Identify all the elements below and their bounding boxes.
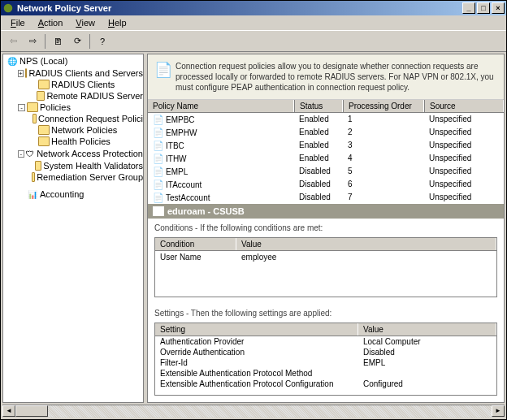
tree-nap[interactable]: -🛡Network Access Protection: [3, 148, 143, 159]
folder-icon: [38, 136, 50, 146]
app-icon: [2, 2, 14, 14]
policy-item-icon: 📄: [153, 154, 164, 163]
expander-icon[interactable]: +: [18, 70, 24, 77]
titlebar: Network Policy Server _ □ ×: [1, 1, 506, 15]
tree-radius[interactable]: +RADIUS Clients and Servers: [3, 68, 143, 78]
scroll-track[interactable]: [48, 405, 492, 418]
col-order[interactable]: Processing Order: [343, 100, 424, 112]
condition-row[interactable]: User Nameemployee: [155, 251, 496, 263]
tree-label: Policies: [40, 102, 71, 112]
menubar: File Action View Help: [1, 15, 506, 31]
menu-file[interactable]: File: [4, 16, 32, 29]
policy-row[interactable]: 📄EMPLDisabled5Unspecified: [148, 165, 504, 178]
policy-icon: [153, 206, 164, 216]
menu-view[interactable]: View: [69, 16, 102, 29]
tree-label: Remote RADIUS Server: [46, 91, 143, 101]
maximize-button[interactable]: □: [477, 2, 490, 14]
policy-list[interactable]: 📄EMPBCEnabled1Unspecified📄EMPHWEnabled2U…: [148, 113, 504, 204]
tree-accounting[interactable]: 📊Accounting: [3, 188, 143, 200]
nps-icon: 🌐: [6, 55, 18, 67]
tree-policies[interactable]: -Policies: [3, 102, 143, 112]
conditions-box: Condition Value User Nameemployee: [154, 237, 497, 298]
folder-icon: [32, 172, 35, 182]
folder-icon: [32, 114, 37, 123]
section-header: eduroam - CSUSB: [148, 204, 504, 219]
tree-remediation[interactable]: Remediation Server Group: [3, 172, 143, 182]
tree-label: Connection Request Polici: [38, 114, 143, 123]
close-button[interactable]: ×: [492, 2, 505, 14]
expander-icon[interactable]: -: [18, 150, 24, 158]
setting-row[interactable]: Extensible Authentication Protocol Confi…: [155, 379, 496, 389]
tree-radius-clients[interactable]: RADIUS Clients: [3, 80, 143, 89]
tree-label: Network Access Protection: [37, 149, 143, 158]
info-text: Connection request policies allow you to…: [176, 61, 497, 93]
policy-row[interactable]: 📄ITAccountDisabled6Unspecified: [148, 178, 504, 191]
menu-action[interactable]: Action: [32, 16, 70, 29]
policy-row[interactable]: 📄EMPHWEnabled2Unspecified: [148, 126, 504, 139]
export-button[interactable]: 🖹: [49, 32, 67, 50]
help-button[interactable]: ?: [93, 32, 111, 50]
menu-help[interactable]: Help: [102, 16, 133, 29]
help-icon: ?: [100, 37, 105, 46]
col-source[interactable]: Source: [424, 100, 504, 112]
folder-icon: [27, 102, 38, 112]
toolbar-separator: [89, 34, 90, 49]
policy-row[interactable]: 📄TestAccountDisabled7Unspecified: [148, 191, 504, 204]
content-area: 🌐NPS (Local) +RADIUS Clients and Servers…: [1, 52, 506, 405]
refresh-icon: ⟳: [74, 36, 81, 46]
policy-item-icon: 📄: [153, 167, 164, 176]
minimize-button[interactable]: _: [462, 2, 475, 14]
policy-row[interactable]: 📄ITHWEnabled4Unspecified: [148, 152, 504, 165]
forward-button[interactable]: ⇨: [24, 32, 41, 50]
info-icon: 📄: [154, 61, 176, 93]
tree-label: Health Policies: [51, 136, 110, 146]
col-name[interactable]: Policy Name: [148, 100, 294, 112]
setting-row[interactable]: Authentication ProviderLocal Computer: [155, 336, 496, 347]
toolbar: ⇦ ⇨ 🖹 ⟳ ?: [1, 31, 506, 52]
settings-header: Setting Value: [155, 323, 496, 336]
folder-icon: [38, 125, 50, 135]
setting-row[interactable]: Extensible Authentication Protocol Metho…: [155, 368, 496, 379]
policy-item-icon: 📄: [153, 180, 164, 189]
tree-remote-radius[interactable]: Remote RADIUS Server: [3, 91, 143, 101]
policy-item-icon: 📄: [153, 115, 164, 124]
export-icon: 🖹: [54, 37, 63, 46]
policy-item-icon: 📄: [153, 128, 164, 137]
tree-label: RADIUS Clients: [51, 80, 115, 89]
col-condition[interactable]: Condition: [155, 238, 236, 250]
nav-tree[interactable]: 🌐NPS (Local) +RADIUS Clients and Servers…: [2, 54, 144, 403]
setting-row[interactable]: Override AuthenticationDisabled: [155, 347, 496, 357]
tree-shv[interactable]: System Health Validators: [3, 161, 143, 171]
policy-item-icon: 📄: [153, 193, 164, 202]
conditions-label: Conditions - If the following conditions…: [148, 219, 504, 236]
scroll-left-button[interactable]: ◄: [2, 405, 15, 417]
toolbar-separator: [45, 34, 46, 49]
info-banner: 📄 Connection request policies allow you …: [148, 54, 504, 100]
policy-row[interactable]: 📄EMPBCEnabled1Unspecified: [148, 113, 504, 126]
settings-box: Setting Value Authentication ProviderLoc…: [154, 323, 497, 396]
setting-row[interactable]: Filter-IdEMPL: [155, 357, 496, 368]
col-value[interactable]: Value: [236, 238, 496, 250]
tree-crp[interactable]: Connection Request Polici: [3, 114, 143, 123]
col-value[interactable]: Value: [358, 323, 496, 336]
tree-network-policies[interactable]: Network Policies: [3, 125, 143, 135]
refresh-button[interactable]: ⟳: [68, 32, 86, 50]
details-pane: 📄 Connection request policies allow you …: [147, 54, 505, 403]
col-status[interactable]: Status: [294, 100, 343, 112]
folder-icon: [35, 161, 41, 171]
back-button: ⇦: [4, 32, 22, 50]
accounting-icon: 📊: [27, 188, 38, 200]
svg-point-0: [4, 4, 13, 13]
expander-icon[interactable]: -: [18, 104, 25, 111]
tree-health-policies[interactable]: Health Policies: [3, 136, 143, 146]
window-title: Network Policy Server: [17, 3, 111, 13]
scroll-thumb[interactable]: [15, 405, 48, 417]
tree-label: RADIUS Clients and Servers: [28, 68, 143, 78]
col-setting[interactable]: Setting: [155, 323, 358, 336]
scroll-right-button[interactable]: ►: [492, 405, 505, 417]
policy-item-icon: 📄: [153, 141, 164, 150]
tree-root[interactable]: 🌐NPS (Local): [3, 55, 143, 67]
policy-row[interactable]: 📄ITBCEnabled3Unspecified: [148, 139, 504, 152]
horizontal-scrollbar[interactable]: ◄ ►: [2, 405, 505, 418]
folder-icon: [25, 68, 28, 78]
